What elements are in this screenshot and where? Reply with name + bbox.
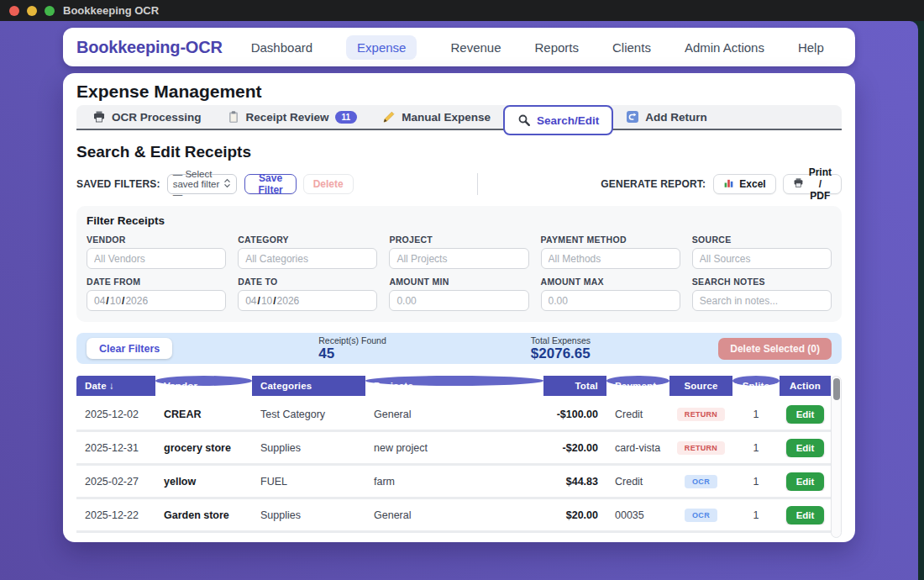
row-vendor: CREAR	[155, 409, 252, 420]
print-icon	[793, 177, 804, 191]
app-background: Bookkeeping-OCR Dashboard Expense Revenu…	[0, 21, 918, 580]
scrollbar-thumb[interactable]	[833, 378, 840, 400]
nav-item-reports[interactable]: Reports	[535, 40, 580, 55]
tab-manual-expense[interactable]: Manual Expense	[370, 104, 503, 129]
generate-report-group: GENERATE REPORT: Excel Print / PDF	[601, 174, 842, 194]
receipts-found-label: Receipt(s) Found	[318, 336, 386, 345]
tab-add-return[interactable]: Add Return	[613, 104, 720, 129]
column-header-action[interactable]: Action	[780, 376, 831, 396]
minimize-window-button[interactable]	[27, 6, 37, 16]
tab-receipt-review[interactable]: Receipt Review 11	[214, 104, 370, 129]
column-header-projects[interactable]: Projects	[365, 376, 543, 386]
row-splits: 1	[732, 409, 780, 420]
nav-item-expense[interactable]: Expense	[346, 35, 417, 60]
filter-receipts-panel: Filter Receipts VENDOR CATEGORY PROJECT …	[76, 206, 842, 322]
table-header: Date ↓ Vendor Categories Projects Total …	[76, 376, 831, 396]
amount-min-input[interactable]	[389, 290, 528, 311]
tab-search-edit[interactable]: Search/Edit	[503, 105, 613, 135]
vertical-divider	[477, 173, 478, 195]
select-updown-icon	[223, 178, 231, 190]
print-pdf-button[interactable]: Print / PDF	[783, 174, 842, 194]
page-title: Expense Management	[76, 81, 842, 103]
nav-item-admin-actions[interactable]: Admin Actions	[685, 40, 764, 55]
column-header-vendor[interactable]: Vendor	[155, 376, 252, 386]
amount-min-field: AMOUNT MIN	[389, 277, 528, 311]
table-row: 2025-12-02 CREAR Test Category General -…	[76, 398, 831, 432]
vendor-label: VENDOR	[87, 235, 226, 245]
row-projects: General	[365, 509, 543, 521]
summary-bar: Clear Filters Receipt(s) Found 45 Total …	[76, 333, 842, 364]
date-to-day: 10	[261, 295, 272, 307]
window-controls	[9, 6, 55, 16]
delete-filter-button[interactable]: Delete	[303, 174, 354, 194]
delete-selected-button[interactable]: Delete Selected (0)	[718, 338, 832, 360]
save-filter-button[interactable]: Save Filter	[244, 174, 296, 194]
source-input[interactable]	[692, 248, 832, 269]
column-header-payment[interactable]: Payment	[606, 376, 669, 386]
row-splits: 1	[732, 442, 780, 454]
nav-item-clients[interactable]: Clients	[612, 40, 651, 55]
table-row: 2025-02-27 yellow FUEL farm $44.83 Credi…	[76, 466, 831, 499]
return-icon	[626, 110, 639, 124]
date-to-month: 04	[245, 295, 256, 307]
source-badge: RETURN	[677, 441, 725, 455]
actions-row: SAVED FILTERS: — Select saved filter — S…	[76, 173, 842, 195]
category-input[interactable]	[238, 248, 377, 269]
tab-ocr-processing[interactable]: OCR Processing	[80, 104, 214, 129]
edit-receipt-button[interactable]: Edit	[786, 472, 825, 491]
column-header-categories[interactable]: Categories	[252, 376, 365, 396]
clipboard-icon	[227, 110, 240, 124]
search-notes-input[interactable]	[692, 290, 832, 311]
search-notes-label: SEARCH NOTES	[692, 277, 832, 287]
row-vendor: Garden store	[155, 509, 252, 521]
table-row: 2025-12-22 Garden store Supplies General…	[76, 499, 831, 533]
row-projects: farm	[365, 476, 543, 488]
close-window-button[interactable]	[9, 6, 19, 16]
magnifier-icon	[517, 113, 531, 127]
row-categories: Test Category	[252, 409, 365, 420]
vendor-input[interactable]	[87, 248, 226, 269]
amount-max-input[interactable]	[541, 290, 680, 311]
row-vendor: grocery store	[155, 442, 252, 454]
section-title: Search & Edit Receipts	[76, 142, 842, 162]
tab-label: Manual Expense	[402, 111, 491, 124]
row-categories: FUEL	[252, 476, 365, 488]
window-title: Bookkeeping OCR	[63, 4, 159, 17]
payment-method-input[interactable]	[541, 248, 680, 269]
brand-logo[interactable]: Bookkeeping-OCR	[76, 38, 223, 57]
table-scrollbar[interactable]	[831, 376, 842, 538]
nav-item-help[interactable]: Help	[798, 40, 824, 55]
payment-method-label: PAYMENT METHOD	[541, 235, 680, 245]
edit-receipt-button[interactable]: Edit	[786, 506, 825, 525]
nav-item-dashboard[interactable]: Dashboard	[251, 40, 312, 55]
project-field: PROJECT	[389, 235, 528, 269]
column-header-source[interactable]: Source	[669, 376, 732, 396]
row-date: 2025-02-27	[76, 476, 155, 488]
date-to-input[interactable]: 04/10/2026	[238, 290, 377, 311]
column-header-date[interactable]: Date ↓	[76, 376, 155, 396]
source-label: SOURCE	[692, 235, 832, 245]
row-splits: 1	[732, 476, 780, 488]
edit-receipt-button[interactable]: Edit	[786, 439, 825, 457]
nav-item-revenue[interactable]: Revenue	[450, 40, 501, 55]
print-button-label: Print / PDF	[809, 166, 832, 202]
row-splits: 1	[732, 509, 780, 521]
column-header-splits[interactable]: Splits	[732, 376, 780, 386]
maximize-window-button[interactable]	[45, 6, 55, 16]
date-from-input[interactable]: 04/10/2026	[87, 290, 226, 311]
row-date: 2025-12-31	[76, 442, 155, 454]
date-from-month: 04	[94, 295, 105, 307]
saved-filter-selected-value: — Select saved filter —	[173, 169, 224, 199]
amount-min-label: AMOUNT MIN	[389, 277, 528, 287]
saved-filter-select[interactable]: — Select saved filter —	[167, 174, 238, 194]
project-input[interactable]	[389, 248, 528, 269]
printer-icon	[92, 110, 106, 124]
excel-export-button[interactable]: Excel	[713, 174, 775, 194]
amount-max-label: AMOUNT MAX	[541, 277, 680, 287]
edit-receipt-button[interactable]: Edit	[786, 405, 825, 424]
date-from-year: 2026	[125, 295, 148, 307]
clear-filters-button[interactable]: Clear Filters	[87, 338, 172, 359]
row-date: 2025-12-22	[76, 509, 155, 521]
search-notes-field: SEARCH NOTES	[692, 277, 832, 311]
column-header-total[interactable]: Total	[543, 376, 606, 396]
